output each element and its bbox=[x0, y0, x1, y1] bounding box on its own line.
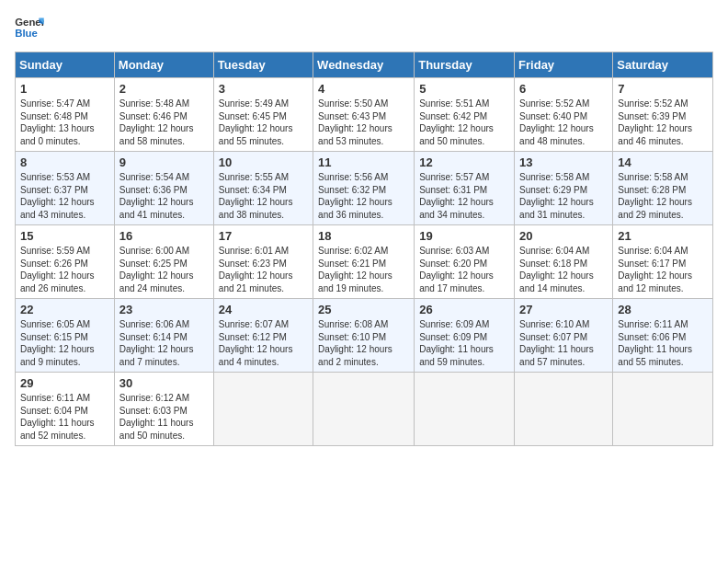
page-header: General Blue bbox=[15, 15, 713, 40]
cell-info: Sunrise: 6:11 AMSunset: 6:04 PMDaylight:… bbox=[20, 392, 109, 442]
calendar-cell-3: 3Sunrise: 5:49 AMSunset: 6:45 PMDaylight… bbox=[213, 78, 313, 152]
calendar-cell-13: 13Sunrise: 5:58 AMSunset: 6:29 PMDayligh… bbox=[515, 152, 613, 225]
cell-info: Sunrise: 5:58 AMSunset: 6:28 PMDaylight:… bbox=[618, 171, 708, 221]
day-number: 21 bbox=[618, 229, 708, 243]
calendar-cell-18: 18Sunrise: 6:02 AMSunset: 6:21 PMDayligh… bbox=[313, 225, 415, 299]
cell-info: Sunrise: 6:07 AMSunset: 6:12 PMDaylight:… bbox=[219, 318, 308, 368]
day-number: 26 bbox=[419, 303, 509, 316]
day-number: 24 bbox=[219, 303, 308, 316]
calendar-cell-9: 9Sunrise: 5:54 AMSunset: 6:36 PMDaylight… bbox=[114, 152, 213, 225]
day-number: 10 bbox=[219, 155, 308, 169]
cell-info: Sunrise: 6:11 AMSunset: 6:06 PMDaylight:… bbox=[618, 318, 708, 368]
calendar-cell-27: 27Sunrise: 6:10 AMSunset: 6:07 PMDayligh… bbox=[515, 299, 613, 373]
column-header-sunday: Sunday bbox=[16, 52, 115, 78]
calendar-cell-26: 26Sunrise: 6:09 AMSunset: 6:09 PMDayligh… bbox=[415, 299, 515, 373]
logo: General Blue bbox=[15, 15, 44, 40]
calendar-cell-16: 16Sunrise: 6:00 AMSunset: 6:25 PMDayligh… bbox=[114, 225, 213, 299]
calendar-week-2: 8Sunrise: 5:53 AMSunset: 6:37 PMDaylight… bbox=[16, 152, 713, 225]
day-number: 14 bbox=[618, 155, 708, 169]
day-number: 11 bbox=[318, 155, 409, 169]
calendar-cell-empty bbox=[313, 373, 415, 446]
column-header-saturday: Saturday bbox=[613, 52, 713, 78]
cell-info: Sunrise: 5:52 AMSunset: 6:39 PMDaylight:… bbox=[618, 98, 708, 147]
day-number: 20 bbox=[519, 229, 608, 243]
cell-info: Sunrise: 5:59 AMSunset: 6:26 PMDaylight:… bbox=[20, 245, 109, 294]
calendar-cell-empty bbox=[515, 373, 613, 446]
calendar-cell-5: 5Sunrise: 5:51 AMSunset: 6:42 PMDaylight… bbox=[415, 78, 515, 152]
cell-info: Sunrise: 5:58 AMSunset: 6:29 PMDaylight:… bbox=[519, 171, 608, 221]
day-number: 5 bbox=[419, 82, 509, 96]
day-number: 30 bbox=[119, 376, 209, 390]
day-number: 22 bbox=[20, 303, 109, 316]
cell-info: Sunrise: 5:51 AMSunset: 6:42 PMDaylight:… bbox=[419, 98, 509, 147]
day-number: 19 bbox=[419, 229, 509, 243]
day-number: 9 bbox=[119, 155, 209, 169]
cell-info: Sunrise: 6:00 AMSunset: 6:25 PMDaylight:… bbox=[119, 245, 209, 294]
calendar-cell-2: 2Sunrise: 5:48 AMSunset: 6:46 PMDaylight… bbox=[114, 78, 213, 152]
day-number: 15 bbox=[20, 229, 109, 243]
day-number: 29 bbox=[20, 376, 109, 390]
calendar-cell-15: 15Sunrise: 5:59 AMSunset: 6:26 PMDayligh… bbox=[16, 225, 115, 299]
cell-info: Sunrise: 6:12 AMSunset: 6:03 PMDaylight:… bbox=[119, 392, 209, 442]
calendar-week-4: 22Sunrise: 6:05 AMSunset: 6:15 PMDayligh… bbox=[16, 299, 713, 373]
calendar-cell-25: 25Sunrise: 6:08 AMSunset: 6:10 PMDayligh… bbox=[313, 299, 415, 373]
cell-info: Sunrise: 5:57 AMSunset: 6:31 PMDaylight:… bbox=[419, 171, 509, 221]
calendar-cell-6: 6Sunrise: 5:52 AMSunset: 6:40 PMDaylight… bbox=[515, 78, 613, 152]
calendar-cell-4: 4Sunrise: 5:50 AMSunset: 6:43 PMDaylight… bbox=[313, 78, 415, 152]
column-header-thursday: Thursday bbox=[415, 52, 515, 78]
cell-info: Sunrise: 5:49 AMSunset: 6:45 PMDaylight:… bbox=[219, 98, 308, 147]
day-number: 1 bbox=[20, 82, 109, 96]
calendar-cell-empty bbox=[415, 373, 515, 446]
calendar-cell-20: 20Sunrise: 6:04 AMSunset: 6:18 PMDayligh… bbox=[515, 225, 613, 299]
day-number: 25 bbox=[318, 303, 409, 316]
calendar-cell-22: 22Sunrise: 6:05 AMSunset: 6:15 PMDayligh… bbox=[16, 299, 115, 373]
day-number: 28 bbox=[618, 303, 708, 316]
cell-info: Sunrise: 6:03 AMSunset: 6:20 PMDaylight:… bbox=[419, 245, 509, 294]
day-number: 4 bbox=[318, 82, 409, 96]
cell-info: Sunrise: 5:54 AMSunset: 6:36 PMDaylight:… bbox=[119, 171, 209, 221]
day-number: 18 bbox=[318, 229, 409, 243]
cell-info: Sunrise: 5:48 AMSunset: 6:46 PMDaylight:… bbox=[119, 98, 209, 147]
calendar-cell-29: 29Sunrise: 6:11 AMSunset: 6:04 PMDayligh… bbox=[16, 373, 115, 446]
calendar-cell-empty bbox=[213, 373, 313, 446]
calendar-week-3: 15Sunrise: 5:59 AMSunset: 6:26 PMDayligh… bbox=[16, 225, 713, 299]
day-number: 6 bbox=[519, 82, 608, 96]
day-number: 12 bbox=[419, 155, 509, 169]
calendar-cell-24: 24Sunrise: 6:07 AMSunset: 6:12 PMDayligh… bbox=[213, 299, 313, 373]
calendar-cell-11: 11Sunrise: 5:56 AMSunset: 6:32 PMDayligh… bbox=[313, 152, 415, 225]
calendar-cell-12: 12Sunrise: 5:57 AMSunset: 6:31 PMDayligh… bbox=[415, 152, 515, 225]
cell-info: Sunrise: 5:56 AMSunset: 6:32 PMDaylight:… bbox=[318, 171, 409, 221]
cell-info: Sunrise: 5:50 AMSunset: 6:43 PMDaylight:… bbox=[318, 98, 409, 147]
calendar-cell-21: 21Sunrise: 6:04 AMSunset: 6:17 PMDayligh… bbox=[613, 225, 713, 299]
cell-info: Sunrise: 5:47 AMSunset: 6:48 PMDaylight:… bbox=[20, 98, 109, 147]
day-number: 8 bbox=[20, 155, 109, 169]
cell-info: Sunrise: 5:53 AMSunset: 6:37 PMDaylight:… bbox=[20, 171, 109, 221]
calendar-cell-30: 30Sunrise: 6:12 AMSunset: 6:03 PMDayligh… bbox=[114, 373, 213, 446]
cell-info: Sunrise: 6:08 AMSunset: 6:10 PMDaylight:… bbox=[318, 318, 409, 368]
calendar-cell-10: 10Sunrise: 5:55 AMSunset: 6:34 PMDayligh… bbox=[213, 152, 313, 225]
cell-info: Sunrise: 6:06 AMSunset: 6:14 PMDaylight:… bbox=[119, 318, 209, 368]
day-number: 16 bbox=[119, 229, 209, 243]
calendar-week-5: 29Sunrise: 6:11 AMSunset: 6:04 PMDayligh… bbox=[16, 373, 713, 446]
calendar-cell-19: 19Sunrise: 6:03 AMSunset: 6:20 PMDayligh… bbox=[415, 225, 515, 299]
cell-info: Sunrise: 6:01 AMSunset: 6:23 PMDaylight:… bbox=[219, 245, 308, 294]
cell-info: Sunrise: 5:55 AMSunset: 6:34 PMDaylight:… bbox=[219, 171, 308, 221]
logo-icon: General Blue bbox=[15, 15, 44, 40]
column-header-friday: Friday bbox=[515, 52, 613, 78]
day-number: 2 bbox=[119, 82, 209, 96]
calendar-cell-8: 8Sunrise: 5:53 AMSunset: 6:37 PMDaylight… bbox=[16, 152, 115, 225]
column-header-tuesday: Tuesday bbox=[213, 52, 313, 78]
cell-info: Sunrise: 6:10 AMSunset: 6:07 PMDaylight:… bbox=[519, 318, 608, 368]
cell-info: Sunrise: 6:04 AMSunset: 6:17 PMDaylight:… bbox=[618, 245, 708, 294]
day-number: 27 bbox=[519, 303, 608, 316]
cell-info: Sunrise: 6:02 AMSunset: 6:21 PMDaylight:… bbox=[318, 245, 409, 294]
day-number: 13 bbox=[519, 155, 608, 169]
svg-text:Blue: Blue bbox=[15, 28, 38, 39]
cell-info: Sunrise: 5:52 AMSunset: 6:40 PMDaylight:… bbox=[519, 98, 608, 147]
column-header-wednesday: Wednesday bbox=[313, 52, 415, 78]
calendar-cell-empty bbox=[613, 373, 713, 446]
calendar-cell-14: 14Sunrise: 5:58 AMSunset: 6:28 PMDayligh… bbox=[613, 152, 713, 225]
calendar-cell-23: 23Sunrise: 6:06 AMSunset: 6:14 PMDayligh… bbox=[114, 299, 213, 373]
calendar-cell-28: 28Sunrise: 6:11 AMSunset: 6:06 PMDayligh… bbox=[613, 299, 713, 373]
calendar-header-row: SundayMondayTuesdayWednesdayThursdayFrid… bbox=[16, 52, 713, 78]
